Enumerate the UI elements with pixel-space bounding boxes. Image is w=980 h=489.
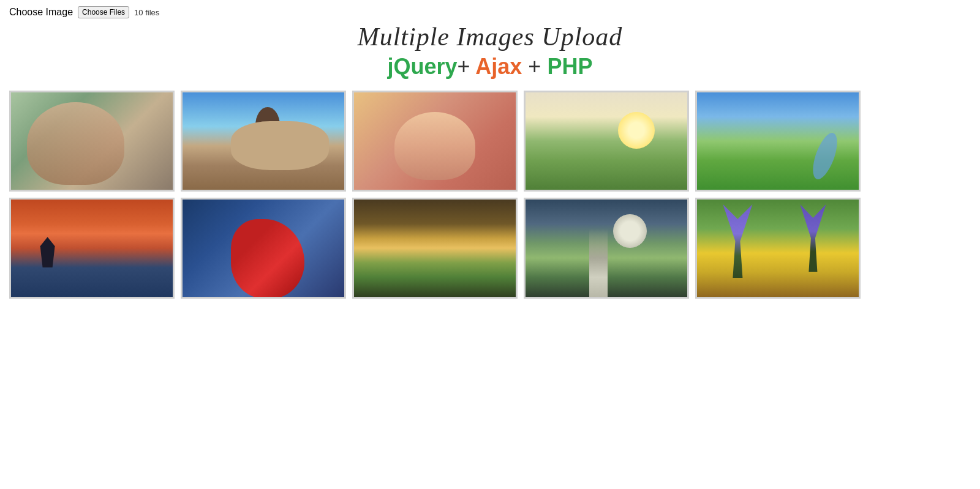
header-bar: Choose Image Choose Files 10 files xyxy=(9,6,971,18)
image-placeholder-5 xyxy=(697,92,859,190)
subtitle-ajax: Ajax xyxy=(475,54,522,79)
image-card-7[interactable] xyxy=(181,198,346,299)
image-card-6[interactable] xyxy=(9,198,175,299)
image-placeholder-10 xyxy=(697,200,859,297)
subtitle-php: PHP xyxy=(547,54,592,79)
image-card-8[interactable] xyxy=(352,198,518,299)
image-placeholder-9 xyxy=(526,200,687,297)
choose-image-label: Choose Image xyxy=(9,7,73,18)
image-placeholder-3 xyxy=(354,92,516,190)
image-placeholder-2 xyxy=(183,92,344,190)
image-card-1[interactable] xyxy=(9,91,175,192)
image-card-9[interactable] xyxy=(524,198,689,299)
image-placeholder-7 xyxy=(183,200,344,297)
file-count: 10 files xyxy=(134,8,159,17)
image-placeholder-1 xyxy=(11,92,173,190)
image-placeholder-8 xyxy=(354,200,516,297)
image-card-2[interactable] xyxy=(181,91,346,192)
page-title: Multiple Images Upload xyxy=(9,22,971,51)
choose-files-button[interactable]: Choose Files xyxy=(78,6,129,18)
image-grid xyxy=(9,91,971,299)
image-card-3[interactable] xyxy=(352,91,518,192)
image-card-4[interactable] xyxy=(524,91,689,192)
image-card-10[interactable] xyxy=(695,198,861,299)
image-placeholder-4 xyxy=(526,92,687,190)
subtitle-plus2: + xyxy=(528,54,541,79)
subtitle-jquery: jQuery xyxy=(388,54,458,79)
subtitle: jQuery+ Ajax + PHP xyxy=(9,54,971,80)
image-card-5[interactable] xyxy=(695,91,861,192)
image-placeholder-6 xyxy=(11,200,173,297)
subtitle-plus1: + xyxy=(458,54,470,79)
